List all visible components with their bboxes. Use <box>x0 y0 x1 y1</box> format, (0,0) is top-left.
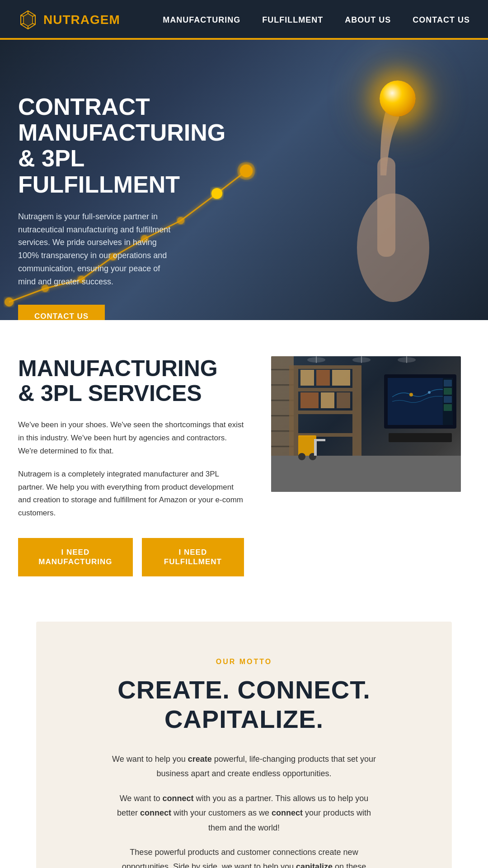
services-desc1: We've been in your shoes. We've seen the… <box>18 419 244 458</box>
svg-rect-30 <box>321 392 334 408</box>
svg-rect-31 <box>337 392 350 408</box>
services-image <box>271 356 461 492</box>
services-section: MANUFACTURING & 3PL SERVICES We've been … <box>0 320 488 604</box>
svg-marker-1 <box>23 14 33 26</box>
hero-content: CONTRACT MANUFACTURING & 3PL FULFILLMENT… <box>0 40 190 320</box>
glowing-orb <box>371 71 425 126</box>
nav-about[interactable]: ABOUT US <box>345 15 391 25</box>
svg-rect-23 <box>298 410 352 414</box>
svg-rect-39 <box>444 396 452 403</box>
svg-point-14 <box>211 188 222 199</box>
svg-rect-45 <box>314 440 317 456</box>
svg-rect-22 <box>298 388 352 392</box>
svg-point-16 <box>240 165 253 177</box>
logo[interactable]: NUTRAGEM <box>18 10 120 30</box>
svg-rect-37 <box>444 380 452 387</box>
svg-point-35 <box>428 391 431 394</box>
services-buttons: I NEED MANUFACTURING I NEED FULFILLMENT <box>18 538 244 576</box>
svg-rect-40 <box>444 404 452 411</box>
svg-point-34 <box>409 393 413 396</box>
motto-title: CREATE. CONNECT. CAPITALIZE. <box>72 675 416 734</box>
svg-rect-20 <box>289 365 298 456</box>
svg-rect-28 <box>332 370 350 386</box>
logo-icon <box>18 10 38 30</box>
svg-rect-46 <box>314 439 325 441</box>
svg-rect-21 <box>298 365 352 369</box>
nav-contact[interactable]: CONTACT US <box>413 15 470 25</box>
services-left: MANUFACTURING & 3PL SERVICES We've been … <box>18 356 244 576</box>
need-fulfillment-button[interactable]: I NEED FULFILLMENT <box>142 538 244 576</box>
hero-title: CONTRACT MANUFACTURING & 3PL FULFILLMENT <box>18 94 172 198</box>
svg-rect-25 <box>352 365 361 456</box>
hero-section: CONTRACT MANUFACTURING & 3PL FULFILLMENT… <box>0 40 488 320</box>
motto-section: OUR MOTTO CREATE. CONNECT. CAPITALIZE. W… <box>36 622 452 868</box>
svg-point-50 <box>352 357 371 363</box>
nav-manufacturing[interactable]: MANUFACTURING <box>163 15 240 25</box>
svg-point-48 <box>307 357 325 363</box>
svg-point-52 <box>398 357 416 363</box>
motto-label: OUR MOTTO <box>72 658 416 666</box>
svg-point-43 <box>298 453 305 460</box>
motto-wrapper: OUR MOTTO CREATE. CONNECT. CAPITALIZE. W… <box>0 604 488 868</box>
svg-rect-26 <box>300 370 314 386</box>
svg-rect-41 <box>389 433 452 442</box>
svg-rect-27 <box>316 370 330 386</box>
hero-contact-button[interactable]: CONTACT US <box>18 305 105 320</box>
warehouse-image <box>271 356 461 492</box>
svg-rect-19 <box>271 456 461 492</box>
svg-rect-29 <box>300 392 319 408</box>
services-desc2: Nutragem is a completely integrated manu… <box>18 468 244 520</box>
need-manufacturing-button[interactable]: I NEED MANUFACTURING <box>18 538 133 576</box>
motto-text2: We want to connect with you as a partner… <box>108 791 380 835</box>
logo-text: NUTRAGEM <box>43 13 120 27</box>
navbar: NUTRAGEM MANUFACTURING FULFILLMENT ABOUT… <box>0 0 488 40</box>
svg-rect-38 <box>444 388 452 395</box>
nav-fulfillment[interactable]: FULFILLMENT <box>262 15 323 25</box>
motto-text1: We want to help you create powerful, lif… <box>108 752 380 781</box>
svg-rect-42 <box>298 435 316 456</box>
warehouse-racks-svg <box>271 356 461 492</box>
nav-links: MANUFACTURING FULFILLMENT ABOUT US CONTA… <box>163 15 470 25</box>
motto-text3: These powerful products and customer con… <box>108 845 380 868</box>
services-title: MANUFACTURING & 3PL SERVICES <box>18 356 244 406</box>
hero-description: Nutragem is your full-service partner in… <box>18 210 172 288</box>
